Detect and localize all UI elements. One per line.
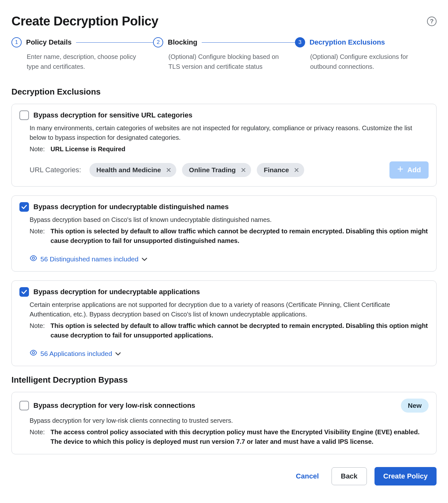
chip-label: Health and Medicine bbox=[96, 166, 161, 174]
step-decryption-exclusions[interactable]: 3 Decryption Exclusions (Optional) Confi… bbox=[295, 37, 437, 72]
note-label: Note: bbox=[30, 144, 45, 154]
checkbox-url-categories[interactable] bbox=[19, 110, 29, 120]
chip-health-and-medicine: Health and Medicine bbox=[89, 163, 176, 177]
card-desc: Bypass decryption for very low-risk clie… bbox=[30, 416, 429, 425]
chip-online-trading: Online Trading bbox=[182, 163, 251, 177]
note-label: Note: bbox=[30, 321, 45, 340]
checkbox-low-risk[interactable] bbox=[19, 401, 29, 410]
back-button[interactable]: Back bbox=[332, 467, 367, 485]
distinguished-names-link[interactable]: 56 Distinguished names included bbox=[30, 254, 429, 264]
chevron-down-icon bbox=[115, 350, 121, 358]
step-number: 3 bbox=[295, 37, 305, 47]
help-icon[interactable]: ? bbox=[427, 17, 437, 26]
card-applications: Bypass decryption for undecryptable appl… bbox=[11, 280, 437, 366]
add-label: Add bbox=[407, 166, 421, 174]
link-label: 56 Distinguished names included bbox=[40, 255, 138, 263]
note-value: The access control policy associated wit… bbox=[51, 427, 429, 446]
svg-point-0 bbox=[32, 257, 35, 259]
card-url-categories: Bypass decryption for sensitive URL cate… bbox=[11, 104, 437, 187]
note-value: URL License is Required bbox=[51, 144, 125, 154]
chip-finance: Finance bbox=[257, 163, 304, 177]
step-title: Policy Details bbox=[26, 38, 72, 46]
note-value: This option is selected by default to al… bbox=[51, 226, 429, 245]
applications-link[interactable]: 56 Applications included bbox=[30, 349, 429, 358]
cancel-button[interactable]: Cancel bbox=[291, 468, 324, 484]
eye-icon bbox=[30, 349, 37, 358]
step-connector bbox=[202, 42, 295, 43]
add-button[interactable]: Add bbox=[389, 161, 429, 179]
link-label: 56 Applications included bbox=[40, 350, 112, 358]
card-desc: Bypass decryption based on Cisco's list … bbox=[30, 215, 429, 224]
step-number: 1 bbox=[11, 37, 22, 47]
new-badge: New bbox=[401, 399, 429, 413]
card-desc: In many environments, certain categories… bbox=[30, 123, 429, 142]
close-icon[interactable] bbox=[240, 167, 247, 173]
step-connector bbox=[76, 42, 153, 43]
card-title: Bypass decryption for undecryptable appl… bbox=[33, 288, 200, 296]
svg-point-1 bbox=[32, 352, 35, 354]
card-desc: Certain enterprise applications are not … bbox=[30, 300, 429, 319]
card-title: Bypass decryption for undecryptable dist… bbox=[33, 203, 229, 211]
url-categories-label: URL Categories: bbox=[30, 166, 81, 174]
checkbox-distinguished-names[interactable] bbox=[19, 202, 29, 212]
step-number: 2 bbox=[153, 37, 163, 47]
footer: Cancel Back Create Policy bbox=[11, 467, 437, 485]
card-title: Bypass decryption for very low-risk conn… bbox=[33, 401, 195, 410]
step-desc: Enter name, description, choose policy t… bbox=[27, 52, 141, 72]
section-intelligent-bypass-title: Intelligent Decryption Bypass bbox=[11, 375, 437, 385]
step-desc: (Optional) Configure blocking based on T… bbox=[168, 52, 283, 72]
chevron-down-icon bbox=[142, 255, 147, 263]
step-blocking[interactable]: 2 Blocking (Optional) Configure blocking… bbox=[153, 37, 295, 72]
step-desc: (Optional) Configure exclusions for outb… bbox=[310, 52, 425, 72]
section-decryption-exclusions-title: Decryption Exclusions bbox=[11, 87, 437, 97]
stepper: 1 Policy Details Enter name, description… bbox=[11, 37, 437, 72]
chip-label: Online Trading bbox=[189, 166, 236, 174]
step-policy-details[interactable]: 1 Policy Details Enter name, description… bbox=[11, 37, 153, 72]
eye-icon bbox=[30, 254, 37, 264]
create-policy-button[interactable]: Create Policy bbox=[374, 467, 437, 485]
note-label: Note: bbox=[30, 226, 45, 245]
close-icon[interactable] bbox=[165, 167, 172, 173]
checkbox-applications[interactable] bbox=[19, 287, 29, 297]
page-title: Create Decryption Policy bbox=[11, 14, 158, 28]
step-title: Decryption Exclusions bbox=[310, 38, 385, 46]
note-label: Note: bbox=[30, 427, 45, 446]
card-title: Bypass decryption for sensitive URL cate… bbox=[33, 111, 192, 119]
card-low-risk: Bypass decryption for very low-risk conn… bbox=[11, 392, 437, 454]
step-title: Blocking bbox=[168, 38, 197, 46]
plus-icon bbox=[397, 166, 403, 174]
close-icon[interactable] bbox=[293, 167, 300, 173]
card-distinguished-names: Bypass decryption for undecryptable dist… bbox=[11, 195, 437, 272]
note-value: This option is selected by default to al… bbox=[51, 321, 429, 340]
chip-label: Finance bbox=[264, 166, 289, 174]
